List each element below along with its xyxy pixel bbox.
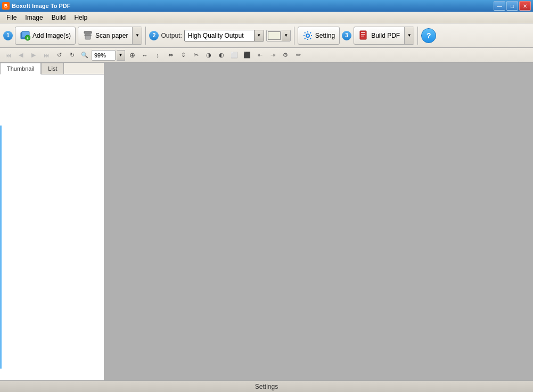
main-toolbar: 1 + Add Image(s) Scan paper ▼ bbox=[0, 23, 533, 48]
secondary-toolbar: ⏮ ◀ ▶ ⏭ ↺ ↻ 🔍 99% ▼ ⊕ ↔ ↕ ⇔ ⇕ ✂ ◑ ◐ ⬜ ⬛ … bbox=[0, 48, 533, 63]
zoom-dropdown[interactable]: ▼ bbox=[117, 50, 125, 61]
fit-height-button[interactable]: ↕ bbox=[152, 49, 163, 61]
add-images-button[interactable]: + Add Image(s) bbox=[15, 27, 76, 45]
flip-horiz-button[interactable]: ⇔ bbox=[165, 49, 176, 61]
svg-text:+: + bbox=[26, 36, 29, 41]
color-picker-arrow[interactable]: ▼ bbox=[282, 30, 290, 41]
nav-next-button[interactable]: ▶ bbox=[28, 49, 39, 61]
zoom-in-button[interactable]: ⊕ bbox=[126, 49, 138, 61]
output-select-value: High Quality Output bbox=[185, 31, 254, 40]
crop-button[interactable]: ✂ bbox=[190, 49, 202, 61]
build-pdf-main[interactable]: Build PDF bbox=[354, 29, 404, 43]
nav-prev-button[interactable]: ◀ bbox=[15, 49, 27, 61]
tab-list[interactable]: List bbox=[41, 63, 64, 74]
left-edge-accent bbox=[0, 126, 2, 369]
tab-thumbnail[interactable]: Thumbnail bbox=[0, 63, 41, 74]
nav-first-button[interactable]: ⏮ bbox=[2, 49, 14, 61]
flip-vert-button[interactable]: ⇕ bbox=[177, 49, 189, 61]
svg-rect-18 bbox=[361, 34, 365, 35]
maximize-button[interactable]: □ bbox=[506, 1, 518, 11]
svg-line-12 bbox=[305, 32, 306, 34]
build-pdf-dropdown-arrow[interactable]: ▼ bbox=[404, 27, 414, 44]
setting-button[interactable]: Setting bbox=[298, 27, 340, 45]
step1-badge: 1 bbox=[3, 31, 13, 40]
zoom-out-button[interactable]: 🔍 bbox=[79, 49, 91, 61]
main-view bbox=[104, 63, 533, 380]
build-pdf-button[interactable]: Build PDF ▼ bbox=[354, 27, 414, 45]
menu-help[interactable]: Help bbox=[70, 13, 92, 22]
close-button[interactable]: ✕ bbox=[519, 1, 531, 11]
panel-content bbox=[0, 74, 104, 380]
setting-label: Setting bbox=[315, 32, 335, 39]
color-picker[interactable]: ▼ bbox=[266, 30, 291, 41]
setting-icon bbox=[302, 30, 313, 41]
menu-file[interactable]: File bbox=[2, 13, 21, 22]
panel-tabs: Thumbnail List bbox=[0, 63, 104, 74]
svg-line-14 bbox=[310, 32, 311, 34]
scan-paper-label: Scan paper bbox=[95, 32, 128, 39]
step3-badge: 3 bbox=[342, 31, 351, 40]
nav-last-button[interactable]: ⏭ bbox=[40, 49, 52, 61]
output-label: Output: bbox=[161, 32, 182, 39]
brightness-button[interactable]: ◑ bbox=[203, 49, 215, 61]
app-icon: B bbox=[2, 2, 10, 10]
align-left-button[interactable]: ⇤ bbox=[254, 49, 266, 61]
fit-width-button[interactable]: ↔ bbox=[139, 49, 151, 61]
svg-point-7 bbox=[306, 34, 309, 37]
minimize-button[interactable]: — bbox=[494, 1, 505, 11]
add-images-icon: + bbox=[20, 30, 30, 41]
scan-paper-dropdown-arrow[interactable]: ▼ bbox=[132, 27, 142, 44]
pdf-icon bbox=[358, 30, 369, 41]
menu-build[interactable]: Build bbox=[47, 13, 70, 22]
title-bar-controls: — □ ✕ bbox=[494, 1, 531, 11]
toolbar-separator-2 bbox=[294, 27, 294, 45]
page-settings-button[interactable]: ⚙ bbox=[280, 49, 291, 61]
color-swatch[interactable] bbox=[268, 31, 281, 40]
main-content: Thumbnail List bbox=[0, 63, 533, 380]
title-bar: B Boxoft Image To PDF — □ ✕ bbox=[0, 0, 533, 12]
toolbar-separator-3 bbox=[417, 27, 418, 45]
left-panel: Thumbnail List bbox=[0, 63, 104, 380]
build-pdf-label: Build PDF bbox=[371, 32, 400, 39]
contrast-button[interactable]: ◐ bbox=[216, 49, 227, 61]
output-select-arrow[interactable]: ▼ bbox=[254, 30, 264, 41]
add-images-label: Add Image(s) bbox=[32, 32, 71, 39]
app-title: Boxoft Image To PDF bbox=[12, 3, 70, 9]
align-right-button[interactable]: ⇥ bbox=[267, 49, 278, 61]
rotate-left-button[interactable]: ↺ bbox=[53, 49, 65, 61]
extra-button[interactable]: ✏ bbox=[292, 49, 304, 61]
svg-line-13 bbox=[310, 38, 311, 39]
svg-line-15 bbox=[305, 38, 306, 39]
menu-image[interactable]: Image bbox=[21, 13, 47, 22]
svg-rect-17 bbox=[361, 32, 365, 33]
scan-paper-button[interactable]: Scan paper ▼ bbox=[78, 27, 142, 45]
expand-button[interactable]: ⬛ bbox=[241, 49, 253, 61]
output-select[interactable]: High Quality Output ▼ bbox=[184, 30, 264, 41]
zoom-value: 99% bbox=[92, 50, 116, 61]
svg-rect-4 bbox=[84, 31, 92, 34]
shrink-button[interactable]: ⬜ bbox=[228, 49, 240, 61]
title-bar-left: B Boxoft Image To PDF bbox=[2, 2, 70, 10]
status-bar: Settings bbox=[0, 380, 533, 392]
scan-icon bbox=[83, 30, 93, 41]
toolbar-separator-1 bbox=[145, 27, 146, 45]
rotate-right-button[interactable]: ↻ bbox=[66, 49, 78, 61]
step2-badge: 2 bbox=[149, 31, 159, 40]
status-text: Settings bbox=[255, 383, 278, 390]
help-button[interactable]: ? bbox=[421, 28, 436, 43]
svg-rect-19 bbox=[361, 36, 364, 37]
scan-paper-main[interactable]: Scan paper bbox=[78, 29, 132, 43]
menu-bar: File Image Build Help bbox=[0, 12, 533, 23]
